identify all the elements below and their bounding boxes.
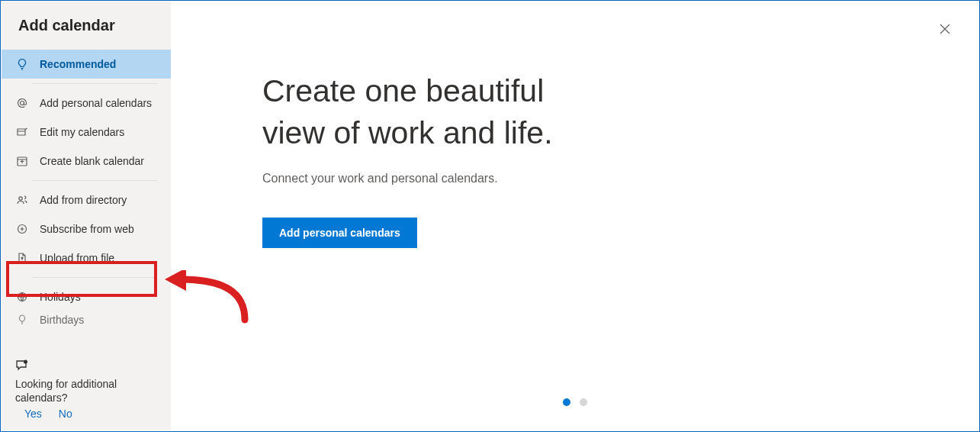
main-subheading: Connect your work and personal calendars… xyxy=(262,172,978,185)
close-button[interactable] xyxy=(934,18,956,40)
sidebar-item-edit[interactable]: Edit my calendars xyxy=(2,118,171,147)
footer-no-link[interactable]: No xyxy=(59,408,72,420)
sidebar-item-label: Recommended xyxy=(40,58,116,70)
sidebar-item-label: Holidays xyxy=(40,291,81,303)
separator xyxy=(32,277,157,278)
footer: Looking for additional calendars? Yes No xyxy=(15,359,157,420)
pager-dot-2[interactable] xyxy=(580,398,587,406)
lightbulb-icon xyxy=(15,57,29,71)
dialog-title: Add calendar xyxy=(2,2,171,48)
sidebar-item-label: Upload from file xyxy=(40,252,114,264)
edit-icon xyxy=(15,125,29,139)
sidebar-nav: Recommended Add personal calendars Edit … xyxy=(2,48,171,328)
balloon-icon xyxy=(15,313,29,327)
subscribe-icon xyxy=(15,222,29,236)
svg-point-2 xyxy=(19,197,22,200)
pager-dot-1[interactable] xyxy=(563,398,570,406)
separator xyxy=(32,83,157,84)
sidebar-item-upload-file[interactable]: Upload from file xyxy=(2,243,171,272)
sidebar-item-subscribe-web[interactable]: Subscribe from web xyxy=(2,214,171,243)
svg-point-6 xyxy=(24,359,27,363)
sidebar-item-label: Add personal calendars xyxy=(40,97,152,109)
file-upload-icon xyxy=(15,251,29,265)
heading-line2: view of work and life. xyxy=(262,115,553,150)
globe-icon xyxy=(15,290,29,304)
footer-yes-link[interactable]: Yes xyxy=(24,408,42,420)
sidebar-item-recommended[interactable]: Recommended xyxy=(2,50,171,79)
sidebar-item-holidays[interactable]: Holidays xyxy=(2,282,171,311)
separator xyxy=(32,180,157,181)
footer-question: Looking for additional calendars? xyxy=(15,377,157,405)
sidebar-item-label: Subscribe from web xyxy=(40,223,134,235)
people-icon xyxy=(15,193,29,207)
svg-point-0 xyxy=(21,102,24,105)
sidebar-item-add-personal[interactable]: Add personal calendars xyxy=(2,89,171,118)
sidebar-item-birthdays[interactable]: Birthdays xyxy=(2,311,171,328)
carousel-pager xyxy=(563,398,587,406)
sidebar-item-label: Edit my calendars xyxy=(40,126,124,138)
sidebar-item-label: Create blank calendar xyxy=(40,155,144,167)
heading-line1: Create one beautiful xyxy=(262,73,544,108)
sidebar-item-label: Add from directory xyxy=(40,194,127,206)
mention-icon xyxy=(15,96,29,110)
sidebar-item-create-blank[interactable]: Create blank calendar xyxy=(2,147,171,176)
svg-point-5 xyxy=(20,315,25,321)
sidebar-item-add-directory[interactable]: Add from directory xyxy=(2,185,171,214)
add-square-icon xyxy=(15,154,29,168)
sidebar: Add calendar Recommended Add personal ca… xyxy=(2,2,171,430)
add-personal-calendars-button[interactable]: Add personal calendars xyxy=(262,218,417,248)
main-content: Create one beautiful view of work and li… xyxy=(171,2,978,430)
sidebar-item-label: Birthdays xyxy=(40,314,84,326)
main-heading: Create one beautiful view of work and li… xyxy=(262,70,978,155)
feedback-icon xyxy=(15,359,157,372)
